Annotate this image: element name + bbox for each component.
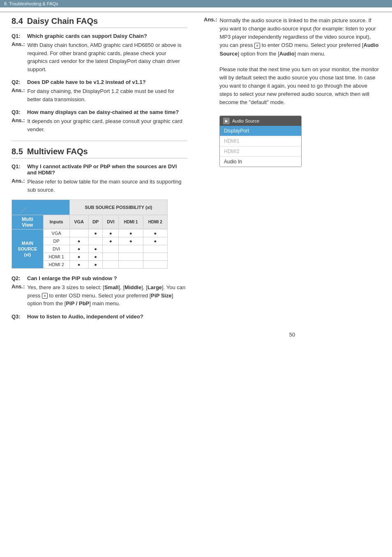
- section-84: 8.4 Daisy Chain FAQs Q1: Which graphic c…: [12, 16, 187, 133]
- section-85: 8.5 Multiview FAQs Q1: Why I cannot acti…: [12, 147, 187, 320]
- s85-a1-label: Ans.:: [12, 178, 25, 194]
- s85-q3-label: Q3:: [12, 313, 25, 320]
- vga-hdmi2: ●: [143, 230, 167, 237]
- dvi-vga: ●: [69, 245, 88, 253]
- audio-source-item-hdmi1[interactable]: HDMI1: [220, 136, 301, 146]
- right-col-answer: Ans.: Normally the audio source is linke…: [204, 16, 380, 58]
- hdmi1-vga: ●: [69, 253, 88, 261]
- a1-label: Ans.:: [12, 41, 25, 73]
- hdmi1-hdmi2: [143, 253, 167, 261]
- audio-source-item-displayport[interactable]: DisplayPort: [220, 126, 301, 136]
- s85-a2-text: Yes, there are 3 sizes to select: [Small…: [28, 283, 188, 308]
- row-vga-label: VGA: [43, 230, 69, 237]
- s85-q2-label: Q2:: [12, 275, 25, 281]
- a3-text: It depends on your graphic card, please …: [28, 117, 188, 133]
- inputs-header: Inputs: [43, 215, 69, 229]
- section-85-q2: Q2: Can I enlarge the PiP sub window ? A…: [12, 275, 187, 308]
- sub-source-header: SUB SOURCE POSSIBILITY (xl): [69, 200, 167, 215]
- menu-icon: ≡: [42, 293, 48, 299]
- right-ans-text: Normally the audio source is linked to t…: [220, 16, 381, 58]
- dvi-header: DVI: [103, 215, 119, 229]
- audio-source-box: ▶ Audio Source DisplayPort HDMI1 HDMI2 A…: [219, 116, 302, 167]
- section-84-q3: Q3: How many displays can be daisy-chain…: [12, 109, 187, 133]
- hdmi2-header: HDMI 2: [143, 215, 167, 229]
- dp-dp: [88, 237, 103, 245]
- section-84-q1: Q1: Which graphic cards can support Dais…: [12, 33, 187, 73]
- dp-header: DP: [88, 215, 103, 229]
- audio-source-header-text: Audio Source: [232, 118, 259, 123]
- hdmi2-hdmi2: [143, 261, 167, 269]
- section-84-q2: Q2: Does DP cable have to be v1.2 instea…: [12, 79, 187, 103]
- section-separator: [12, 141, 187, 141]
- audio-source-item-audioin[interactable]: Audio In: [220, 157, 301, 167]
- s85-a1-text: Please refer to below table for the main…: [28, 178, 188, 194]
- section-85-q3: Q3: How to listen to Audio, independent …: [12, 313, 187, 320]
- audio-source-item-hdmi2[interactable]: HDMI2: [220, 146, 301, 157]
- audio-bold: Audio: [279, 51, 295, 57]
- vga-header: VGA: [69, 215, 88, 229]
- a1-text: With Daisy chain function, AMD graphic c…: [28, 41, 188, 73]
- hdmi1-dp: ●: [88, 253, 103, 261]
- hdmi2-hdmi1: [119, 261, 143, 269]
- q1-label: Q1:: [12, 33, 25, 39]
- dp-hdmi2: ●: [143, 237, 167, 245]
- pip-pbp-bold: PiP / PbP: [66, 300, 89, 306]
- hdmi2-dp: ●: [88, 261, 103, 269]
- s85-q2-question: Can I enlarge the PiP sub window ?: [27, 275, 187, 281]
- q1-question: Which graphic cards can support Daisy Ch…: [27, 33, 187, 39]
- audio-source-header: ▶ Audio Source: [220, 116, 301, 126]
- dp-hdmi1: ●: [119, 237, 143, 245]
- audio-source-bold: Audio Source: [220, 42, 379, 56]
- breadcrumb-text: 8. Troubleshooting & FAQs: [4, 1, 58, 6]
- q3-question: How many displays can be daisy-chained a…: [27, 109, 187, 115]
- hdmi2-dvi: [103, 261, 119, 269]
- breadcrumb-bar: 8. Troubleshooting & FAQs: [0, 0, 392, 7]
- dvi-dp: ●: [88, 245, 103, 253]
- hdmi2-vga: ●: [69, 261, 88, 269]
- vga-dvi: ●: [103, 230, 119, 237]
- multiview-table: SUB SOURCE POSSIBILITY (xl) MultiView In…: [12, 200, 168, 269]
- dp-dvi: ●: [103, 237, 119, 245]
- dvi-dvi: [103, 245, 119, 253]
- a3-label: Ans.:: [12, 117, 25, 133]
- q2-label: Q2:: [12, 79, 25, 85]
- right-col-para2: Please note that the next time you turn …: [219, 65, 380, 107]
- pip-size-bold: PiP Size: [151, 292, 171, 299]
- s85-q1-label: Q1:: [12, 163, 25, 176]
- row-dvi-label: DVI: [43, 245, 69, 253]
- right-ans-label: Ans.:: [204, 16, 217, 58]
- q2-question: Does DP cable have to be v1.2 instead of…: [27, 79, 187, 85]
- row-hdmi2-label: HDMI 2: [43, 261, 69, 269]
- multiview-table-wrapper: SUB SOURCE POSSIBILITY (xl) MultiView In…: [12, 200, 168, 269]
- a2-text: For daisy chaining, the DisplayPort 1.2 …: [28, 87, 188, 103]
- menu-icon-right: ≡: [254, 43, 260, 49]
- hdmi1-header: HDMI 1: [119, 215, 143, 229]
- dvi-hdmi1: [119, 245, 143, 253]
- vga-vga: [69, 230, 88, 237]
- section-84-title: 8.4 Daisy Chain FAQs: [12, 16, 187, 28]
- large-bold: Large: [148, 284, 162, 290]
- q3-label: Q3:: [12, 109, 25, 115]
- vga-hdmi1: ●: [119, 230, 143, 237]
- multiview-label: MultiView: [12, 215, 44, 230]
- hdmi1-dvi: [103, 253, 119, 261]
- table-empty-corner: [12, 200, 70, 215]
- vga-dp: ●: [88, 230, 103, 237]
- small-bold: Small: [104, 284, 119, 290]
- dvi-hdmi2: [143, 245, 167, 253]
- main-source-label: MAINSOURCE(xl): [12, 230, 44, 269]
- section-85-q1: Q1: Why I cannot activate PiP or PbP whe…: [12, 163, 187, 194]
- middle-bold: Middle: [125, 284, 141, 290]
- a2-label: Ans.:: [12, 87, 25, 103]
- row-hdmi1-label: HDMI 1: [43, 253, 69, 261]
- s85-q1-question: Why I cannot activate PiP or PbP when th…: [27, 163, 187, 176]
- section-85-title: 8.5 Multiview FAQs: [12, 147, 187, 158]
- dp-vga: ●: [69, 237, 88, 245]
- hdmi1-hdmi1: [119, 253, 143, 261]
- page-number: 50: [204, 332, 380, 338]
- s85-q3-question: How to listen to Audio, independent of v…: [27, 313, 187, 320]
- audio-icon: ▶: [223, 118, 230, 124]
- s85-a2-label: Ans.:: [12, 283, 25, 308]
- right-para2-text: Please note that the next time you turn …: [219, 66, 379, 106]
- row-dp-label: DP: [43, 237, 69, 245]
